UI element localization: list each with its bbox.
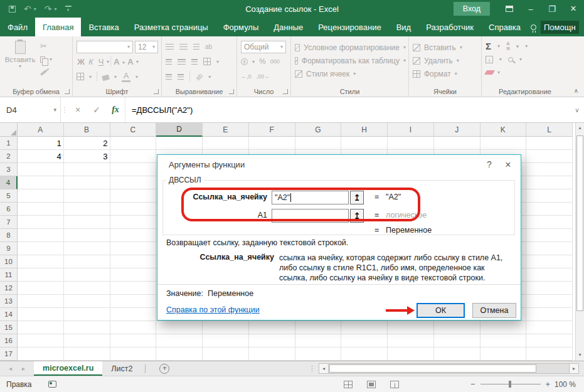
cell-B14[interactable] [64,308,110,321]
zoom-in-icon[interactable]: + [546,380,551,388]
sheet-nav-left-icon[interactable]: ◂ [9,365,12,372]
redo-dropdown-icon[interactable]: ▾ [54,6,56,12]
delete-cells-button[interactable]: Удалить ▾ [413,54,479,67]
cell-I15[interactable] [388,321,434,334]
cell-K16[interactable] [480,334,527,347]
cell-K17[interactable] [480,347,527,361]
tab-view[interactable]: Вид [389,18,419,36]
cell-I1[interactable] [388,137,434,150]
cell-C10[interactable] [110,255,157,268]
align-middle-button[interactable] [179,44,188,50]
sheet-nav-right-icon[interactable]: ▸ [22,365,25,372]
cell-L4[interactable] [526,176,573,189]
undo-icon[interactable]: ↶ [24,4,31,13]
row-header-9[interactable]: 9 [0,242,18,255]
cell-styles-button[interactable]: Стили ячеек ▾ [295,67,406,80]
dialog-close-icon[interactable]: × [502,159,514,171]
cell-K1[interactable] [480,137,527,150]
cell-A8[interactable] [18,229,64,242]
cell-F16[interactable] [249,334,295,347]
format-cells-button[interactable]: Формат ▾ [413,67,479,80]
cell-L14[interactable] [526,308,573,321]
font-size-combo[interactable]: 12▾ [135,41,158,53]
align-center-button[interactable] [178,59,186,65]
decrease-decimal-button[interactable]: ,00→ [257,73,270,80]
cell-L6[interactable] [526,203,573,216]
cell-C6[interactable] [110,203,157,216]
cell-A5[interactable] [18,189,64,203]
tab-page-layout[interactable]: Разметка страницы [127,18,216,36]
row-header-7[interactable]: 7 [0,216,18,229]
tab-formulas[interactable]: Формулы [216,18,267,36]
cell-B15[interactable] [64,321,110,334]
column-header-F[interactable]: F [249,123,295,137]
cell-L2[interactable] [526,150,573,163]
column-header-L[interactable]: L [526,123,573,137]
cell-G1[interactable] [295,137,342,150]
row-header-13[interactable]: 13 [0,295,18,308]
formula-input[interactable]: =ДВССЫЛ("A2") [125,97,570,122]
clear-button[interactable] [484,70,495,75]
paste-button[interactable]: Вставить ▾ [4,40,36,69]
cut-icon[interactable]: ✂ [40,41,47,51]
find-select-button[interactable] [508,57,513,62]
cell-C4[interactable] [110,176,157,189]
column-header-B[interactable]: B [64,123,110,137]
sheet-tab-microexcel[interactable]: microexcel.ru [34,361,102,376]
macro-record-icon[interactable] [48,381,56,388]
arg2-input[interactable] [272,209,349,223]
number-format-combo[interactable]: Общий▾ [241,41,286,53]
zoom-slider-thumb[interactable] [509,381,511,388]
cell-B11[interactable] [64,268,110,282]
cell-L9[interactable] [526,242,573,255]
column-header-C[interactable]: C [110,123,157,137]
zoom-level[interactable]: 100 % [555,380,576,389]
bold-button[interactable]: Ж [77,57,85,66]
cell-C17[interactable] [110,347,157,361]
column-header-I[interactable]: I [388,123,434,137]
cell-L10[interactable] [526,255,573,268]
cell-E16[interactable] [203,334,249,347]
copy-icon[interactable] [40,56,45,63]
row-header-5[interactable]: 5 [0,189,18,203]
zoom-slider[interactable] [480,384,541,384]
increase-decimal-button[interactable]: ←,0 [241,73,252,80]
column-header-G[interactable]: G [295,123,342,137]
fill-color-button[interactable] [102,74,110,81]
minimize-button[interactable]: – [520,0,541,18]
cell-B1[interactable]: 2 [64,137,110,150]
cell-L7[interactable] [526,216,573,229]
cell-A6[interactable] [18,203,64,216]
column-header-D[interactable]: D [156,123,203,137]
row-header-11[interactable]: 11 [0,268,18,282]
tab-developer[interactable]: Разработчик [418,18,481,36]
row-header-16[interactable]: 16 [0,334,18,347]
cell-I16[interactable] [388,334,434,347]
insert-cells-button[interactable]: Вставить ▾ [413,41,479,54]
cell-A15[interactable] [18,321,64,334]
font-dialog-launcher-icon[interactable] [154,89,159,94]
row-header-3[interactable]: 3 [0,163,18,176]
cell-B16[interactable] [64,334,110,347]
cell-B17[interactable] [64,347,110,361]
cell-D17[interactable] [156,347,203,361]
dialog-help-icon[interactable]: ? [483,159,496,169]
save-icon[interactable] [9,6,16,13]
cell-L1[interactable] [526,137,573,150]
function-help-link[interactable]: Справка по этой функции [166,305,260,314]
font-name-combo[interactable]: ▾ [77,41,133,53]
cell-B5[interactable] [64,189,110,203]
horizontal-scrollbar-thumb[interactable] [329,364,536,373]
cell-A9[interactable] [18,242,64,255]
column-header-K[interactable]: K [480,123,527,137]
orientation-button[interactable]: ab [194,72,204,82]
cell-A13[interactable] [18,295,64,308]
sign-in-button[interactable]: Вход [454,2,490,16]
cell-J17[interactable] [434,347,480,361]
cell-D15[interactable] [156,321,203,334]
splitter-dots-icon[interactable]: ⋮ [309,364,316,373]
underline-button[interactable]: Ч [97,57,105,66]
select-all-corner[interactable] [0,123,18,137]
increase-indent-button[interactable] [178,74,184,80]
cell-F15[interactable] [249,321,295,334]
